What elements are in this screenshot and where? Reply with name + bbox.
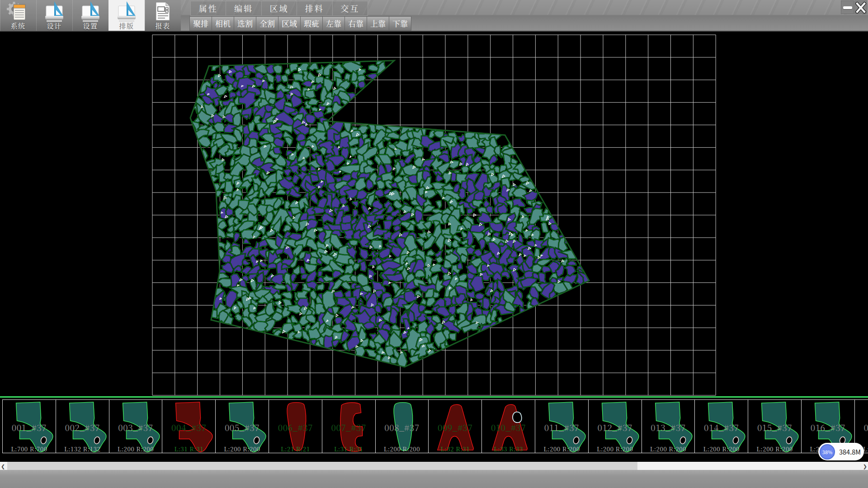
act-聚排[interactable]: 聚排 (189, 16, 212, 31)
act-选割[interactable]: 选割 (234, 16, 256, 31)
part-009[interactable]: 009_#37 L:32 R:31 (428, 399, 482, 453)
part-014[interactable]: 014_#37 L:200 R:200 (694, 399, 748, 453)
nav-报表[interactable]: 报表 (145, 0, 181, 31)
scrollbar: ❮❯ (0, 462, 868, 470)
part-006[interactable]: 006_#37 L:21 R:21 (269, 399, 322, 453)
nav-设计[interactable]: 设计 (36, 0, 72, 31)
btn-close[interactable] (854, 0, 867, 14)
part-008[interactable]: 008_#37 L:200 R:200 (375, 399, 429, 453)
part-015[interactable]: 015_#37 L:200 R:200 (748, 399, 802, 453)
tab-交互[interactable]: 交互 (332, 1, 368, 16)
leather-nesting-app: 系统设计设置排版报表 属性编辑区域排料交互 聚排相机选割全割区域瑕疵左靠右靠上靠… (0, 0, 868, 488)
part-007[interactable]: 007_#37 L:31 R:31 (322, 399, 376, 453)
part-002[interactable]: 002_#37 L:132 R:132 (56, 399, 109, 453)
nesting-canvas (0, 32, 868, 398)
part-010[interactable]: 010_#37 L:33 R:33 (481, 399, 535, 453)
part-004[interactable]: 004_#37 L:31 R:31 (162, 399, 216, 453)
btn-minimize[interactable] (841, 0, 854, 14)
act-全割[interactable]: 全割 (256, 16, 278, 31)
part-001[interactable]: 001_#37 L:700 R:700 (2, 399, 56, 453)
nav-系统[interactable]: 系统 (0, 0, 36, 31)
act-瑕疵[interactable]: 瑕疵 (300, 16, 323, 31)
part-005[interactable]: 005_#37 L:200 R:200 (215, 399, 269, 453)
nav-设置[interactable]: 设置 (72, 0, 108, 31)
part-003[interactable]: 003_#37 L:200 R:200 (109, 399, 163, 453)
action-row: 聚排相机选割全割区域瑕疵左靠右靠上靠下靠 (190, 16, 411, 31)
act-相机[interactable]: 相机 (212, 16, 234, 31)
statusbar (0, 470, 868, 488)
act-左靠[interactable]: 左靠 (322, 16, 345, 31)
toolbar: 系统设计设置排版报表 属性编辑区域排料交互 聚排相机选割全割区域瑕疵左靠右靠上靠… (0, 0, 868, 32)
tab-排料[interactable]: 排料 (297, 1, 332, 16)
tab-row: 属性编辑区域排料交互 (191, 1, 368, 16)
part-011[interactable]: 011_#37 L:200 R:200 (535, 399, 589, 453)
part-013[interactable]: 013_#37 L:200 R:200 (642, 399, 695, 453)
tab-区域[interactable]: 区域 (261, 1, 297, 16)
act-右靠[interactable]: 右靠 (344, 16, 367, 31)
tab-属性[interactable]: 属性 (190, 1, 226, 16)
act-区域[interactable]: 区域 (278, 16, 301, 31)
act-下靠[interactable]: 下靠 (389, 16, 411, 31)
act-上靠[interactable]: 上靠 (367, 16, 389, 31)
part-012[interactable]: 012_#37 L:200 R:200 (588, 399, 642, 453)
nav-排版[interactable]: 排版 (108, 0, 145, 31)
memory-badge: 38%384.8M (818, 443, 864, 460)
tab-编辑[interactable]: 编辑 (226, 1, 261, 16)
parts-panel: 001_#37 L:700 R:700 002_#37 L:132 R:132 … (0, 398, 868, 462)
